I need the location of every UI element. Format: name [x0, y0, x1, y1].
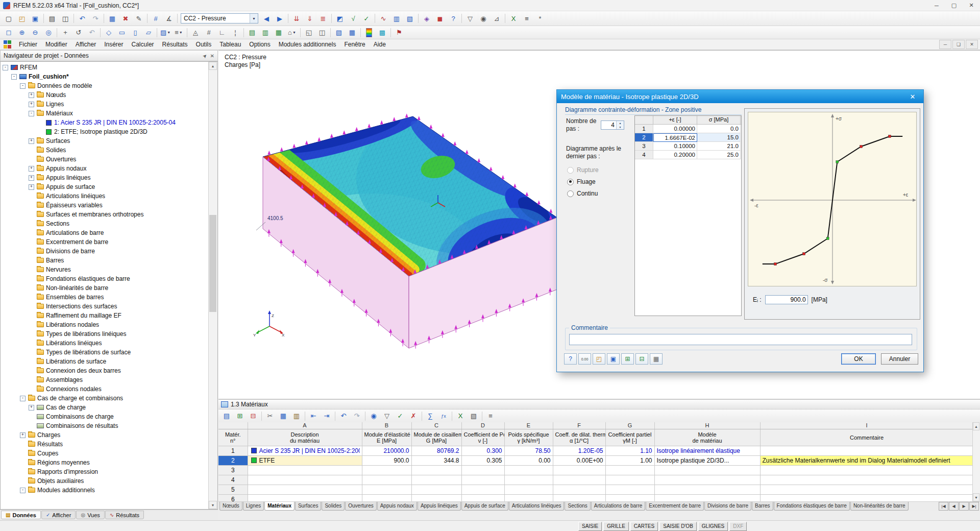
value-cell[interactable] [461, 465, 504, 475]
collapse-icon[interactable]: - [29, 111, 34, 116]
table-tab-articulations-lin-iques[interactable]: Articulations linéiques [509, 502, 565, 511]
filter[interactable]: ▽ [463, 12, 477, 25]
value-cell[interactable]: 1.20E-05 [553, 446, 605, 455]
table-tab-fondations-lastiques-de-barre[interactable]: Fondations élastiques de barre [774, 502, 850, 511]
model-cell[interactable]: Isotrope plastique 2D/3D... [654, 455, 760, 465]
tree-item-connexions-nodales[interactable]: Connexions nodales [1, 384, 209, 394]
tree-item-lignes[interactable]: +Lignes [1, 100, 209, 109]
menu-outils[interactable]: Outils [192, 40, 216, 49]
description-cell[interactable]: ETFE [248, 455, 362, 465]
tree-item-ouvertures[interactable]: Ouvertures [1, 155, 209, 164]
tree-item-solides[interactable]: Solides [1, 146, 209, 155]
last-table-icon[interactable]: ▶| [969, 502, 979, 511]
tree-item-nervures[interactable]: Nervures [1, 265, 209, 274]
guidelines[interactable]: ¦ [229, 27, 242, 39]
expand-icon[interactable]: + [29, 138, 34, 144]
help[interactable]: ? [447, 12, 460, 25]
check[interactable]: ✓ [360, 12, 373, 25]
tree-item-sections[interactable]: Sections [1, 219, 209, 228]
value-cell[interactable] [553, 494, 605, 501]
filter-rows[interactable]: ▽ [380, 410, 394, 422]
excel-import[interactable]: X [454, 410, 467, 422]
expand-icon[interactable]: + [29, 102, 34, 107]
comment-cell[interactable] [760, 485, 973, 494]
radio-continu[interactable]: Continu [567, 190, 599, 197]
show-loads[interactable]: ⇊ [290, 12, 303, 25]
value-cell[interactable] [461, 494, 504, 501]
model-cell[interactable] [654, 475, 760, 485]
value-cell[interactable]: 0.300 [461, 446, 504, 455]
copy[interactable]: ▦ [277, 410, 290, 422]
color-scale[interactable] [362, 27, 376, 39]
dialog-close-icon[interactable]: ✕ [906, 91, 919, 102]
menu-aide[interactable]: Aide [370, 40, 390, 49]
comment-cell[interactable] [760, 494, 973, 501]
comment-cell[interactable] [760, 465, 973, 475]
collapse-icon[interactable]: - [20, 488, 26, 493]
nav-tab-r-sultats[interactable]: ∿Résultats [105, 511, 144, 519]
menu-ins-rer[interactable]: Insérer [100, 40, 127, 49]
model-cell[interactable] [654, 485, 760, 494]
nav-tab-vues[interactable]: ◎Vues [76, 511, 104, 519]
pick-in-graphic[interactable]: ◉ [367, 410, 380, 422]
scrollbar-thumb[interactable] [209, 215, 216, 312]
scroll-down-icon[interactable]: ▼ [209, 501, 217, 509]
step-number-cell[interactable]: 2 [635, 133, 653, 142]
table-tab-non-lin-arit-s-de-barre[interactable]: Non-linéarités de barre [850, 502, 909, 511]
menu-modifier[interactable]: Modifier [41, 40, 71, 49]
redo[interactable]: ↷ [89, 12, 102, 25]
description-cell[interactable] [248, 475, 362, 485]
value-cell[interactable] [411, 485, 461, 494]
value-cell[interactable] [411, 494, 461, 501]
tree-item-donn-es-de-mod-le[interactable]: -Données de modèle [1, 81, 209, 90]
tree-item-lib-rations-nodales[interactable]: Libérations nodales [1, 320, 209, 329]
pan-view[interactable]: + [59, 27, 72, 39]
value-cell[interactable] [605, 494, 654, 501]
delete[interactable]: ✖ [119, 12, 132, 25]
collapse-icon[interactable]: - [20, 396, 26, 401]
edit[interactable]: ✎ [132, 12, 145, 25]
description-cell[interactable] [248, 465, 362, 475]
model-cell[interactable] [654, 465, 760, 475]
tree-item-combinaisons-de-charge[interactable]: Combinaisons de charge [1, 412, 209, 421]
table-scroll-down-icon[interactable]: ▼ [973, 493, 979, 501]
value-cell[interactable] [504, 465, 553, 475]
value-cell[interactable]: 80769.2 [411, 446, 461, 455]
next-load-case[interactable]: ▶ [273, 12, 286, 25]
status-toggle-grille[interactable]: GRILLE [603, 522, 629, 531]
value-cell[interactable] [504, 485, 553, 494]
tree-item-1-acier-s-235-jr-din-en-10025-2-[interactable]: 1: Acier S 235 JR | DIN EN 10025-2:2005-… [1, 118, 209, 127]
export-table[interactable]: ▧ [467, 410, 480, 422]
radio-fluage[interactable]: Fluage [567, 178, 599, 185]
tree-item-intersections-des-surfaces[interactable]: Intersections des surfaces [1, 302, 209, 311]
go-last[interactable]: ⇥ [320, 410, 333, 422]
row-number[interactable]: 3 [218, 465, 248, 475]
status-toggle-saisie[interactable]: SAISIE [578, 522, 602, 531]
radio-rupture[interactable]: Rupture [567, 166, 599, 174]
print[interactable]: ▤ [45, 12, 59, 25]
radio-dot-icon[interactable] [567, 167, 574, 174]
row-number[interactable]: 2 [218, 455, 248, 465]
chevron-down-icon[interactable]: ▼ [250, 14, 258, 23]
navigator-close-icon[interactable]: ✕ [210, 53, 214, 59]
result-tables[interactable]: ▥ [390, 12, 403, 25]
navigator-scrollbar[interactable]: ▲ ▼ [208, 62, 217, 509]
comment-cell[interactable] [760, 446, 973, 455]
coordinate-system[interactable]: ⌂▼ [285, 27, 299, 39]
menu-options[interactable]: Options [245, 40, 274, 49]
tree-item-non-lin-arit-s-de-barre[interactable]: Non-linéarités de barre [1, 283, 209, 293]
zoom-in[interactable]: ⊕ [15, 27, 29, 39]
excel-export[interactable]: X [507, 12, 520, 25]
tree-item-fondations-lastiques-de-barre[interactable]: Fondations élastiques de barre [1, 274, 209, 283]
strain-value-cell[interactable]: 1.6667E-02 [653, 133, 697, 142]
work-plane-yz[interactable]: ▦ [272, 27, 285, 39]
tree-item-coupes[interactable]: Coupes [1, 449, 209, 458]
save-file[interactable]: ▣ [29, 12, 42, 25]
nav-tab-afficher[interactable]: ✓Afficher [41, 511, 76, 519]
navigator-panels-icon[interactable] [4, 40, 12, 49]
previous-view[interactable]: ↶ [85, 27, 99, 39]
tree-item-assemblages[interactable]: Assemblages [1, 375, 209, 384]
zoom-window[interactable]: ◻ [2, 27, 15, 39]
first-table-icon[interactable]: |◀ [939, 502, 948, 511]
value-cell[interactable] [461, 475, 504, 485]
